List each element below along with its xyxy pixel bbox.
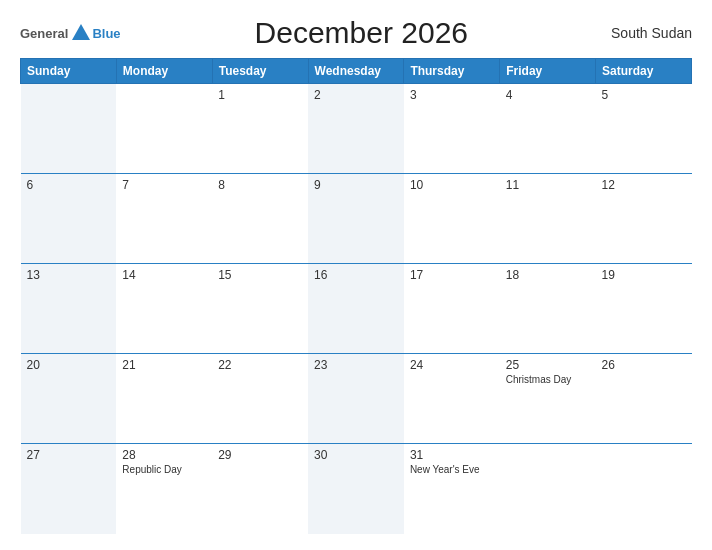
day-number: 6 xyxy=(27,178,111,192)
calendar-cell: 3 xyxy=(404,84,500,174)
calendar-page: General Blue December 2026 South Sudan S… xyxy=(0,0,712,550)
day-number: 5 xyxy=(602,88,686,102)
calendar-cell: 29 xyxy=(212,444,308,534)
calendar-week-row: 12345 xyxy=(21,84,692,174)
calendar-cell: 12 xyxy=(596,174,692,264)
calendar-cell: 25Christmas Day xyxy=(500,354,596,444)
day-number: 18 xyxy=(506,268,590,282)
day-number: 4 xyxy=(506,88,590,102)
day-number: 1 xyxy=(218,88,302,102)
calendar-cell: 24 xyxy=(404,354,500,444)
col-tuesday: Tuesday xyxy=(212,59,308,84)
day-number: 20 xyxy=(27,358,111,372)
calendar-cell xyxy=(596,444,692,534)
calendar-week-row: 202122232425Christmas Day26 xyxy=(21,354,692,444)
calendar-cell: 1 xyxy=(212,84,308,174)
day-number: 3 xyxy=(410,88,494,102)
day-number: 8 xyxy=(218,178,302,192)
calendar-cell: 14 xyxy=(116,264,212,354)
calendar-cell: 21 xyxy=(116,354,212,444)
calendar-cell: 26 xyxy=(596,354,692,444)
calendar-cell: 8 xyxy=(212,174,308,264)
day-number: 11 xyxy=(506,178,590,192)
calendar-cell: 4 xyxy=(500,84,596,174)
calendar-cell: 20 xyxy=(21,354,117,444)
day-number: 26 xyxy=(602,358,686,372)
day-number: 21 xyxy=(122,358,206,372)
col-monday: Monday xyxy=(116,59,212,84)
calendar-cell: 18 xyxy=(500,264,596,354)
day-number: 29 xyxy=(218,448,302,462)
day-number: 28 xyxy=(122,448,206,462)
day-number: 12 xyxy=(602,178,686,192)
calendar-cell xyxy=(500,444,596,534)
day-number: 19 xyxy=(602,268,686,282)
calendar-week-row: 13141516171819 xyxy=(21,264,692,354)
calendar-cell xyxy=(21,84,117,174)
day-number: 30 xyxy=(314,448,398,462)
calendar-cell: 7 xyxy=(116,174,212,264)
day-number: 14 xyxy=(122,268,206,282)
calendar-cell xyxy=(116,84,212,174)
calendar-cell: 23 xyxy=(308,354,404,444)
calendar-cell: 17 xyxy=(404,264,500,354)
holiday-label: Republic Day xyxy=(122,464,206,475)
day-number: 22 xyxy=(218,358,302,372)
header: General Blue December 2026 South Sudan xyxy=(20,16,692,50)
calendar-cell: 27 xyxy=(21,444,117,534)
day-number: 24 xyxy=(410,358,494,372)
day-number: 17 xyxy=(410,268,494,282)
day-number: 27 xyxy=(27,448,111,462)
day-number: 13 xyxy=(27,268,111,282)
calendar-header-row: Sunday Monday Tuesday Wednesday Thursday… xyxy=(21,59,692,84)
calendar-cell: 9 xyxy=(308,174,404,264)
col-wednesday: Wednesday xyxy=(308,59,404,84)
day-number: 15 xyxy=(218,268,302,282)
col-friday: Friday xyxy=(500,59,596,84)
logo-blue-text: Blue xyxy=(92,26,120,41)
day-number: 23 xyxy=(314,358,398,372)
calendar-cell: 13 xyxy=(21,264,117,354)
calendar-week-row: 2728Republic Day293031New Year's Eve xyxy=(21,444,692,534)
logo: General Blue xyxy=(20,22,121,44)
calendar-cell: 22 xyxy=(212,354,308,444)
calendar-cell: 5 xyxy=(596,84,692,174)
calendar-cell: 10 xyxy=(404,174,500,264)
calendar-cell: 31New Year's Eve xyxy=(404,444,500,534)
holiday-label: New Year's Eve xyxy=(410,464,494,475)
calendar-cell: 16 xyxy=(308,264,404,354)
calendar-cell: 15 xyxy=(212,264,308,354)
day-number: 7 xyxy=(122,178,206,192)
col-sunday: Sunday xyxy=(21,59,117,84)
logo-icon xyxy=(70,22,92,44)
day-number: 10 xyxy=(410,178,494,192)
col-saturday: Saturday xyxy=(596,59,692,84)
col-thursday: Thursday xyxy=(404,59,500,84)
calendar-table: Sunday Monday Tuesday Wednesday Thursday… xyxy=(20,58,692,534)
calendar-cell: 28Republic Day xyxy=(116,444,212,534)
calendar-cell: 2 xyxy=(308,84,404,174)
day-number: 9 xyxy=(314,178,398,192)
calendar-cell: 6 xyxy=(21,174,117,264)
calendar-week-row: 6789101112 xyxy=(21,174,692,264)
country-name: South Sudan xyxy=(602,25,692,41)
day-number: 16 xyxy=(314,268,398,282)
day-number: 2 xyxy=(314,88,398,102)
logo-general-text: General xyxy=(20,26,68,41)
svg-marker-0 xyxy=(72,24,90,40)
day-number: 25 xyxy=(506,358,590,372)
day-number: 31 xyxy=(410,448,494,462)
calendar-cell: 30 xyxy=(308,444,404,534)
calendar-cell: 19 xyxy=(596,264,692,354)
calendar-cell: 11 xyxy=(500,174,596,264)
holiday-label: Christmas Day xyxy=(506,374,590,385)
calendar-title: December 2026 xyxy=(121,16,602,50)
